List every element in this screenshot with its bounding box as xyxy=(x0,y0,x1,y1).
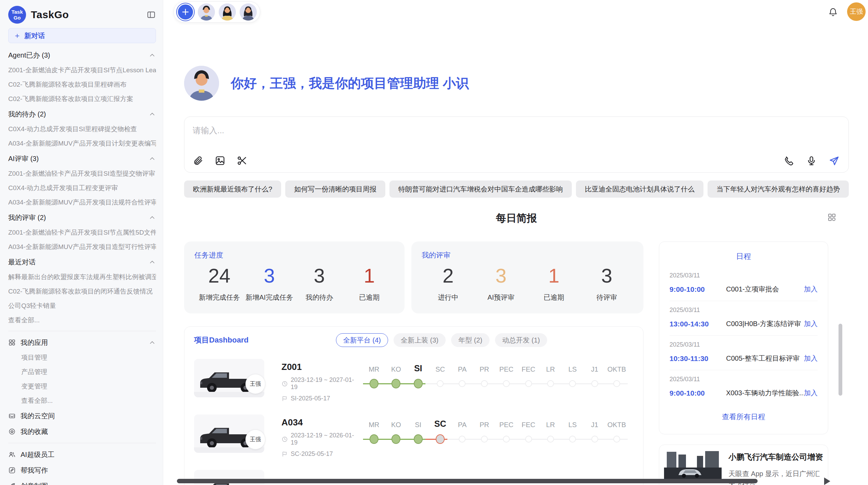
section-header-my-todo[interactable]: 我的待办 (2) xyxy=(8,106,156,122)
agent-avatar-2[interactable] xyxy=(219,3,236,21)
schedule-time: 13:00-14:30 xyxy=(670,320,716,328)
horizontal-scrollbar[interactable] xyxy=(177,479,758,483)
tab-new-upfit[interactable]: 全新上装 (3) xyxy=(394,333,446,347)
add-agent-button[interactable] xyxy=(177,3,194,21)
milestone-dot xyxy=(481,380,488,387)
join-meeting-link[interactable]: 加入 xyxy=(804,354,818,363)
suggestion-chip[interactable]: 如何写一份清晰的项目周报 xyxy=(285,181,385,198)
flag-icon xyxy=(281,451,288,457)
list-item[interactable]: Z001-全新燃油轻卡产品开发项目SI节点属性5D文件评审 xyxy=(8,225,156,240)
suggestion-chip[interactable]: 比亚迪全固态电池计划具体说了什么 xyxy=(576,181,703,198)
stat-value: 3 xyxy=(474,263,527,288)
list-item[interactable]: A034-全新新能源MUV产品开发项目造型可行性评审 xyxy=(8,240,156,254)
sidebar-item-creative-drawing[interactable]: 创意制图 xyxy=(8,478,156,485)
project-row[interactable]: 王强 A034 2023-12-19 ~ 2026-01-19 SC-2025-… xyxy=(194,412,634,464)
date-range: 2023-12-19 ~ 2027-01-19 xyxy=(291,376,360,391)
layout-grid-icon[interactable] xyxy=(827,213,836,222)
stat-in-progress: 2 进行中 xyxy=(422,263,474,302)
app-logo: Task Go xyxy=(8,6,26,24)
schedule-name: C003|H0B-方案冻结评审 xyxy=(716,319,804,328)
new-chat-button[interactable]: ＋ 新对话 xyxy=(8,28,156,43)
view-all-schedule-link[interactable]: 查看所有日程 xyxy=(670,405,818,429)
project-code: A034 xyxy=(281,417,360,428)
sidebar-item-change-mgmt[interactable]: 变更管理 xyxy=(8,379,156,394)
join-meeting-link[interactable]: 加入 xyxy=(804,319,818,328)
schedule-name: C001-立项审批会 xyxy=(716,285,804,294)
milestone-pec: PEC xyxy=(495,357,517,388)
agent-avatar-1[interactable] xyxy=(198,3,215,21)
sidebar-item-project-mgmt[interactable]: 项目管理 xyxy=(8,350,156,365)
project-dates: 2023-12-19 ~ 2027-01-19 xyxy=(281,376,360,391)
section-header-ai-review[interactable]: AI评审 (3) xyxy=(8,151,156,166)
tab-new-platform[interactable]: 全新平台 (4) xyxy=(336,333,388,347)
list-item[interactable]: 解释最新出台的欧盟报废车法规再生塑料比例被调至15%... xyxy=(8,270,156,284)
milestone-oktb: OKTB xyxy=(606,412,628,444)
list-item[interactable]: C02-飞腾新能源轻客改款项目的闭环通告反馈情况 xyxy=(8,284,156,299)
milestone-dot xyxy=(391,434,400,444)
vertical-scrollbar[interactable] xyxy=(839,324,842,396)
suggestion-chip[interactable]: 欧洲新规最近颁布了什么? xyxy=(184,181,281,198)
chat-input[interactable] xyxy=(184,117,848,135)
stat-value: 2 xyxy=(422,263,474,288)
stat-label: AI预评审 xyxy=(474,293,527,302)
scissors-icon[interactable] xyxy=(237,155,248,166)
image-icon[interactable] xyxy=(215,155,226,166)
assistant-avatar xyxy=(184,66,219,101)
sidebar-item-product-mgmt[interactable]: 产品管理 xyxy=(8,365,156,379)
section-title: 最近对话 xyxy=(8,258,36,267)
list-item[interactable]: C02-飞腾新能源轻客改款项目立项汇报方案 xyxy=(8,92,156,106)
list-item[interactable]: Z001-全新燃油皮卡产品开发项目SI节点Lesson Learn报告 xyxy=(8,63,156,77)
tab-powertrain[interactable]: 动总开发 (1) xyxy=(495,333,547,347)
suggestion-chip[interactable]: 当下年轻人对汽车外观有怎样的喜好趋势 xyxy=(708,181,849,198)
list-item[interactable]: Z001-全新燃油轻卡产品开发项目SI造型提交物评审 xyxy=(8,166,156,181)
milestone-j1: J1 xyxy=(584,412,606,444)
view-all-chats-link[interactable]: 查看全部... xyxy=(8,313,156,327)
list-item[interactable]: A034-全新新能源MUV产品开发项目法规符合性评审 xyxy=(8,195,156,210)
milestone-sc: SC xyxy=(429,357,451,388)
sidebar-item-help-me-write[interactable]: 帮我写作 xyxy=(8,462,156,478)
schedule-item: 2025/03/11 9:00-10:00 X003-车辆动力学性能验... 加… xyxy=(670,370,818,405)
sidebar-item-label: 帮我写作 xyxy=(21,466,48,475)
sidebar-item-favorites[interactable]: 我的收藏 xyxy=(8,424,156,439)
milestone-ko: KO xyxy=(385,357,407,388)
chevron-up-icon xyxy=(148,155,156,162)
milestone-dot xyxy=(391,379,400,388)
user-avatar[interactable]: 王强 xyxy=(847,2,866,21)
sidebar-collapse-icon[interactable] xyxy=(146,10,156,20)
list-item[interactable]: C0X4-动力总成开发项目工程变更评审 xyxy=(8,181,156,195)
section-header-agent-done[interactable]: Agent已办 (3) xyxy=(8,47,156,63)
sidebar-item-ai-super-staff[interactable]: AI超级员工 xyxy=(8,447,156,462)
scroll-right-arrow-icon[interactable] xyxy=(824,477,830,485)
phone-icon[interactable] xyxy=(783,155,794,166)
milestone-dot xyxy=(436,434,445,444)
list-item[interactable]: 公司Q3轻卡销量 xyxy=(8,299,156,313)
notification-bell-icon[interactable] xyxy=(828,7,838,17)
microphone-icon[interactable] xyxy=(806,155,817,166)
view-all-apps-link[interactable]: 查看全部... xyxy=(8,394,156,408)
section-title: Agent已办 (3) xyxy=(8,51,50,60)
section-header-recent-chats[interactable]: 最近对话 xyxy=(8,254,156,270)
suggestion-chip[interactable]: 特朗普可能对进口汽车增税会对中国车企造成哪些影响 xyxy=(389,181,572,198)
join-meeting-link[interactable]: 加入 xyxy=(804,285,818,294)
sidebar-item-cloud-space[interactable]: 我的云空间 xyxy=(8,408,156,424)
section-header-my-review[interactable]: 我的评审 (2) xyxy=(8,210,156,225)
agent-avatar-3[interactable] xyxy=(240,3,257,21)
daily-brief-title: 每日简报 xyxy=(184,211,849,225)
flag-icon xyxy=(281,395,288,402)
schedule-time: 9:00-10:00 xyxy=(670,285,716,294)
date-range: 2023-12-19 ~ 2026-01-19 xyxy=(291,432,360,446)
milestone-dot xyxy=(525,380,532,387)
paperclip-icon[interactable] xyxy=(193,155,204,166)
schedule-date: 2025/03/11 xyxy=(670,341,818,348)
join-meeting-link[interactable]: 加入 xyxy=(804,388,818,398)
milestone-dot xyxy=(591,380,598,387)
send-icon[interactable] xyxy=(829,155,840,166)
sidebar: Task Go TaskGo ＋ 新对话 Agent已办 (3) Z001-全新… xyxy=(0,0,163,485)
project-row[interactable]: 王强 Z001 2023-12-19 ~ 2027-01-19 SI-2025-… xyxy=(194,357,634,408)
sidebar-item-my-apps[interactable]: 我的应用 xyxy=(8,335,156,350)
tab-model-year[interactable]: 年型 (2) xyxy=(451,333,490,347)
list-item[interactable]: C0X4-动力总成开发项目SI里程碑提交物检查 xyxy=(8,122,156,136)
list-item[interactable]: A034-全新新能源MUV产品开发项目计划变更表编写 xyxy=(8,136,156,151)
star-icon xyxy=(8,428,16,435)
list-item[interactable]: C02-飞腾新能源轻客改款项目里程碑画布 xyxy=(8,77,156,92)
